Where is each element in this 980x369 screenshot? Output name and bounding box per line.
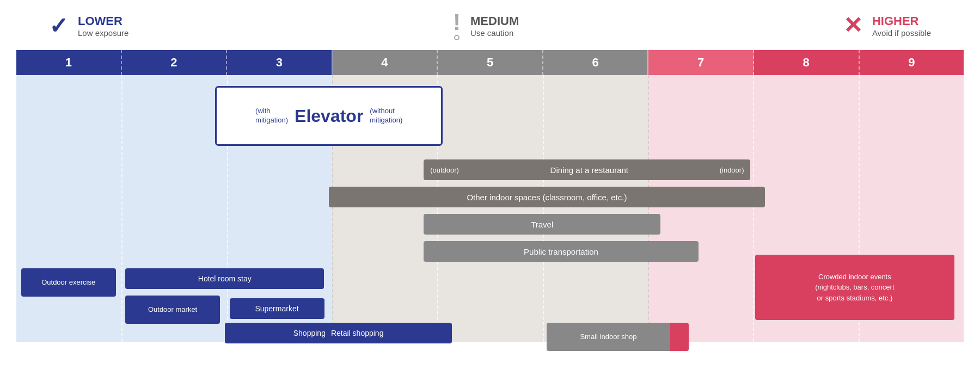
col-4: 4 bbox=[333, 50, 438, 75]
medium-subtitle: Use caution bbox=[470, 28, 519, 38]
retail-shopping-bar: Shopping Retail shopping bbox=[225, 323, 452, 343]
dining-bar: (outdoor) Dining at a restaurant (indoor… bbox=[424, 159, 750, 180]
small-indoor-gray-bar: Small indoor shop bbox=[547, 323, 670, 351]
col-2: 2 bbox=[122, 50, 228, 75]
outdoor-exercise-bar: Outdoor exercise bbox=[21, 268, 116, 297]
elevator-without-mitigation: (withoutmitigation) bbox=[370, 107, 402, 125]
col-1: 1 bbox=[16, 50, 122, 75]
col-6: 6 bbox=[543, 50, 649, 75]
retail-shopping-label: Retail shopping bbox=[331, 329, 384, 337]
col-8: 8 bbox=[754, 50, 860, 75]
dining-outdoor: (outdoor) bbox=[430, 166, 459, 174]
col-7: 7 bbox=[648, 50, 754, 75]
legend-medium: ! MEDIUM Use caution bbox=[453, 11, 519, 40]
elevator-with-mitigation: (withmitigation) bbox=[255, 107, 288, 125]
hotel-bar: Hotel room stay bbox=[125, 268, 324, 289]
hotel-label: Hotel room stay bbox=[198, 274, 252, 283]
legend-row: ✓ LOWER Low exposure ! MEDIUM Use cautio… bbox=[16, 11, 964, 40]
travel-bar: Travel bbox=[424, 214, 660, 235]
other-indoor-bar: Other indoor spaces (classroom, office, … bbox=[329, 187, 764, 207]
travel-label: Travel bbox=[531, 220, 553, 229]
outdoor-exercise-label: Outdoor exercise bbox=[41, 278, 95, 287]
main-container: ✓ LOWER Low exposure ! MEDIUM Use cautio… bbox=[0, 0, 980, 369]
crowded-indoor-label: Crowded indoor events(nightclubs, bars, … bbox=[815, 272, 894, 304]
col-5: 5 bbox=[438, 50, 543, 75]
outdoor-market-label: Outdoor market bbox=[148, 305, 197, 315]
supermarket-bar: Supermarket bbox=[230, 298, 324, 319]
x-icon: ✕ bbox=[843, 14, 862, 37]
col-3: 3 bbox=[227, 50, 333, 75]
medium-title: MEDIUM bbox=[470, 14, 519, 28]
public-transport-label: Public transportation bbox=[524, 247, 598, 256]
exclaim-icon: ! bbox=[453, 11, 461, 34]
elevator-bar: (withmitigation) Elevator (withoutmitiga… bbox=[215, 86, 443, 146]
grid-wrapper: 1 2 3 4 5 6 7 8 9 bbox=[16, 50, 964, 342]
lower-title: LOWER bbox=[78, 14, 128, 28]
higher-subtitle: Avoid if possible bbox=[872, 28, 931, 38]
check-icon: ✓ bbox=[49, 13, 68, 39]
shopping-label: Shopping bbox=[293, 329, 326, 337]
number-row: 1 2 3 4 5 6 7 8 9 bbox=[16, 50, 964, 75]
activities-layer: (withmitigation) Elevator (withoutmitiga… bbox=[16, 75, 964, 342]
legend-higher: ✕ HIGHER Avoid if possible bbox=[843, 14, 931, 38]
outdoor-market-bar: Outdoor market bbox=[125, 296, 220, 324]
content-area: (withmitigation) Elevator (withoutmitiga… bbox=[16, 75, 964, 342]
dining-indoor: (indoor) bbox=[720, 166, 744, 174]
supermarket-label: Supermarket bbox=[255, 304, 298, 313]
small-indoor-pink-bar bbox=[670, 323, 689, 351]
lower-subtitle: Low exposure bbox=[78, 28, 128, 38]
crowded-indoor-bar: Crowded indoor events(nightclubs, bars, … bbox=[755, 255, 954, 320]
other-indoor-label: Other indoor spaces (classroom, office, … bbox=[467, 193, 627, 202]
elevator-label: Elevator bbox=[295, 106, 363, 126]
col-9: 9 bbox=[860, 50, 964, 75]
legend-lower: ✓ LOWER Low exposure bbox=[49, 13, 128, 39]
dining-label: Dining at a restaurant bbox=[459, 165, 720, 175]
higher-title: HIGHER bbox=[872, 14, 931, 28]
public-transport-bar: Public transportation bbox=[424, 241, 699, 262]
small-indoor-label: Small indoor shop bbox=[580, 333, 636, 342]
exclaim-dot bbox=[454, 35, 460, 40]
